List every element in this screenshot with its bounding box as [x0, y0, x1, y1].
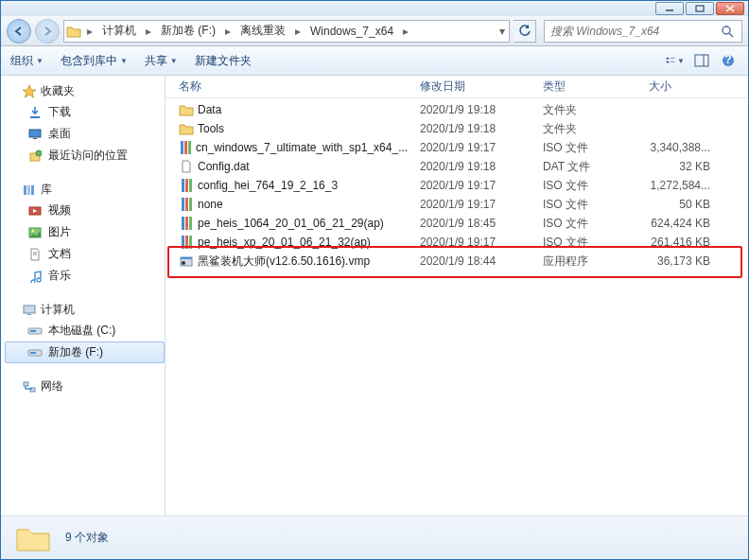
sidebar-item-disk-f[interactable]: 新加卷 (F:) — [5, 341, 165, 363]
exe-icon — [179, 254, 194, 269]
svg-point-18 — [36, 150, 42, 156]
search-box[interactable] — [544, 20, 742, 43]
sidebar-item-label: 新加卷 (F:) — [48, 344, 103, 360]
svg-rect-30 — [30, 330, 36, 332]
chevron-down-icon: ▼ — [120, 57, 128, 65]
forward-button[interactable] — [35, 19, 60, 44]
column-header-type[interactable]: 类型 — [535, 76, 641, 97]
share-menu[interactable]: 共享▼ — [145, 53, 178, 69]
svg-rect-42 — [185, 198, 188, 211]
sidebar-group-network: 网络 — [5, 376, 165, 396]
chevron-right-icon: ▸ — [221, 25, 235, 38]
star-icon — [22, 84, 37, 99]
file-name: Config.dat — [198, 160, 250, 173]
svg-rect-16 — [33, 138, 37, 139]
file-icon — [179, 159, 194, 174]
new-folder-button[interactable]: 新建文件夹 — [195, 53, 252, 69]
iso-icon — [179, 178, 194, 193]
sidebar-head-libraries[interactable]: 库 — [5, 180, 165, 200]
breadcrumb[interactable]: ▸ 计算机 ▸ 新加卷 (F:) ▸ 离线重装 ▸ Windows_7_x64 … — [63, 20, 510, 43]
svg-rect-27 — [24, 306, 35, 313]
computer-icon — [22, 303, 37, 318]
file-row[interactable]: Data2020/1/9 19:18文件夹 — [165, 100, 748, 119]
file-date: 2020/1/9 18:45 — [412, 217, 535, 230]
file-row[interactable]: Tools2020/1/9 19:18文件夹 — [165, 119, 748, 138]
sidebar-group-favorites: 收藏夹 下载 桌面 最近访问的位置 — [5, 81, 165, 166]
svg-point-52 — [182, 261, 185, 265]
svg-line-5 — [729, 33, 733, 37]
sidebar-item-documents[interactable]: 文档 — [5, 243, 165, 265]
sidebar-head-network[interactable]: 网络 — [5, 376, 165, 396]
breadcrumb-segment[interactable]: 离线重装 — [235, 21, 291, 42]
library-icon — [22, 183, 37, 198]
folder-icon — [179, 102, 194, 117]
sidebar-item-desktop[interactable]: 桌面 — [5, 123, 165, 145]
svg-rect-38 — [182, 179, 184, 192]
file-row[interactable]: pe_heis_xp_20_01_06_21_32(ap)2020/1/9 19… — [165, 233, 748, 252]
back-button[interactable] — [7, 19, 31, 44]
maximize-button[interactable] — [686, 2, 714, 15]
svg-rect-49 — [189, 236, 192, 249]
svg-rect-45 — [185, 217, 188, 230]
file-row[interactable]: cn_windows_7_ultimate_with_sp1_x64_...20… — [165, 138, 748, 157]
sidebar-head-favorites[interactable]: 收藏夹 — [5, 81, 165, 101]
file-row[interactable]: config_hei_764_19_2_16_32020/1/9 19:17IS… — [165, 176, 748, 195]
file-name: none — [198, 198, 223, 211]
svg-rect-14 — [30, 116, 40, 118]
svg-rect-36 — [184, 141, 187, 154]
sidebar-item-disk-c[interactable]: 本地磁盘 (C:) — [5, 320, 165, 341]
download-icon — [27, 105, 43, 120]
svg-rect-21 — [31, 185, 34, 195]
minimize-button[interactable] — [655, 2, 684, 15]
file-row[interactable]: none2020/1/9 19:17ISO 文件50 KB — [165, 195, 748, 214]
svg-rect-1 — [696, 6, 704, 11]
sidebar-item-videos[interactable]: 视频 — [5, 200, 165, 221]
column-header-size[interactable]: 大小 — [641, 76, 748, 97]
breadcrumb-segment[interactable]: Windows_7_x64 — [305, 21, 399, 42]
chevron-right-icon: ▸ — [83, 25, 96, 38]
sidebar-label: 收藏夹 — [41, 83, 75, 99]
folder-icon — [179, 121, 194, 136]
breadcrumb-segment[interactable]: 新加卷 (F:) — [155, 21, 221, 42]
file-name: cn_windows_7_ultimate_with_sp1_x64_... — [196, 141, 408, 154]
preview-pane-button[interactable] — [691, 50, 712, 71]
breadcrumb-segment[interactable]: 计算机 — [96, 21, 142, 42]
sidebar-item-music[interactable]: 音乐 — [5, 265, 165, 287]
svg-rect-43 — [189, 198, 192, 211]
file-row[interactable]: pe_heis_1064_20_01_06_21_29(ap)2020/1/9 … — [165, 214, 748, 233]
sidebar-item-label: 本地磁盘 (C:) — [48, 323, 115, 339]
column-header-name[interactable]: 名称 — [171, 76, 412, 97]
svg-rect-51 — [181, 257, 192, 259]
view-options-button[interactable]: ▼ — [665, 50, 686, 71]
close-button[interactable] — [716, 2, 744, 15]
sidebar-item-downloads[interactable]: 下载 — [5, 101, 165, 123]
sidebar-head-computer[interactable]: 计算机 — [5, 300, 165, 320]
sidebar-item-recent[interactable]: 最近访问的位置 — [5, 145, 165, 166]
sidebar-item-pictures[interactable]: 图片 — [5, 221, 165, 243]
file-row[interactable]: 黑鲨装机大师(v12.6.50.1616).vmp2020/1/9 18:44应… — [165, 252, 748, 271]
disk-icon — [27, 324, 43, 339]
file-type: ISO 文件 — [535, 216, 641, 232]
iso-icon — [179, 140, 192, 155]
file-row[interactable]: Config.dat2020/1/9 19:18DAT 文件32 KB — [165, 157, 748, 176]
file-type: ISO 文件 — [535, 235, 641, 251]
svg-rect-15 — [29, 130, 41, 137]
file-size: 32 KB — [641, 160, 748, 173]
file-name: Tools — [198, 122, 224, 135]
refresh-button[interactable] — [514, 20, 536, 43]
sidebar-item-label: 下载 — [48, 104, 71, 120]
include-in-library-menu[interactable]: 包含到库中▼ — [61, 53, 128, 69]
search-input[interactable] — [545, 25, 721, 38]
help-button[interactable]: ? — [718, 50, 739, 71]
sidebar-group-libraries: 库 视频 图片 文档 音乐 — [5, 180, 165, 287]
svg-rect-33 — [24, 382, 28, 386]
chevron-down-icon[interactable]: ▾ — [496, 25, 509, 38]
file-size: 36,173 KB — [641, 254, 748, 268]
video-icon — [27, 203, 43, 219]
file-list[interactable]: Data2020/1/9 19:18文件夹Tools2020/1/9 19:18… — [165, 98, 748, 516]
organize-menu[interactable]: 组织▼ — [10, 53, 44, 69]
status-count: 9 个对象 — [65, 530, 109, 546]
column-header-date[interactable]: 修改日期 — [412, 76, 535, 97]
svg-rect-20 — [27, 185, 30, 195]
svg-rect-35 — [181, 141, 183, 154]
